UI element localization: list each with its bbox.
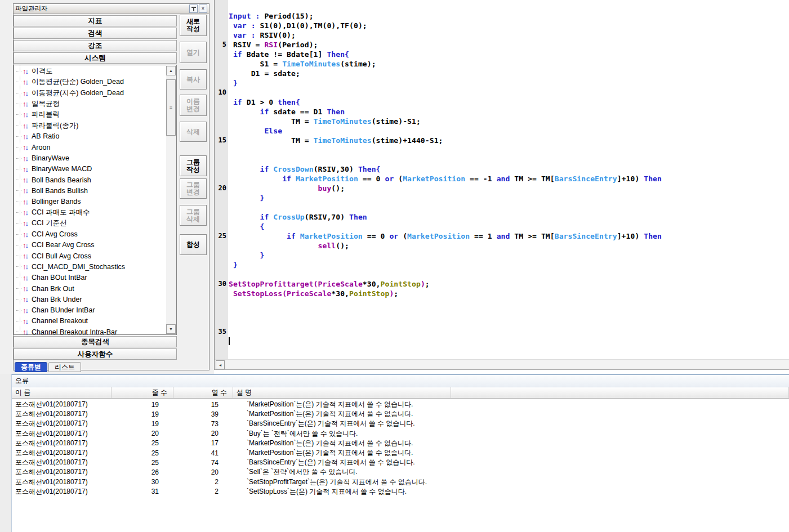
tab-by-type[interactable]: 종류별 [15,362,47,372]
tree-item[interactable]: ↑↓Chan BOut IntBar [14,272,167,283]
updown-arrows-icon: ↑↓ [23,67,28,75]
code-token: SetStopLoss( [233,289,287,298]
line-number [215,21,228,30]
new-button[interactable]: 새로 작성 [180,15,207,36]
tree-item[interactable]: ↑↓CCI 기준선 [14,218,167,229]
code-line [229,308,789,318]
group-delete-button[interactable]: 그룹 삭제 [180,205,207,226]
error-cell-line: 25 [112,458,173,467]
error-row[interactable]: 포스해선v01(20180717)2020`Buy`는 `전략`에서만 쓸 수 … [12,429,789,439]
tree-item[interactable]: ↑↓BinaryWave MACD [14,164,167,175]
line-number: 20 [215,184,228,193]
category-button-2[interactable]: 검색 [14,28,177,39]
category-button-3[interactable]: 강조 [14,40,177,51]
scrollbar-thumb[interactable]: ≡ [166,79,176,136]
error-table-body: 포스해선v01(20180717)1915`MarketPosition`는(은… [12,400,789,497]
tree-item[interactable]: ↑↓Boll Bands Bearish [14,175,167,185]
code-editor[interactable]: 5101520253035 Input : Period(15); var : … [214,0,789,370]
scroll-up-arrow[interactable]: ▲ [166,66,176,75]
updown-arrows-icon: ↑↓ [23,176,28,184]
error-row[interactable]: 포스해선v01(20180717)1939`MarketPosition`는(은… [12,409,789,419]
error-header-cell-blank [451,387,789,398]
code-line: Else [229,126,789,136]
error-header-cell[interactable]: 열 수 [173,387,233,398]
rename-button[interactable]: 이름 변경 [180,95,207,116]
code-token: TM = [229,136,314,145]
error-cell-col: 17 [173,439,233,448]
line-number [215,298,228,308]
error-panel-title: 오류 [12,375,789,387]
error-row[interactable]: 포스해선v01(20180717)2574`BarsSinceEntry`는(은… [12,458,789,467]
error-cell-name: 포스해선v01(20180717) [12,429,112,439]
tree-item-label: CCI Avg Cross [32,230,78,238]
error-cell-col: 2 [173,487,233,497]
down-arrow-icon: ↓ [25,122,28,130]
tree-item[interactable]: ↑↓Chan BUnder IntBar [14,305,167,316]
group-create-button[interactable]: 그룹 작성 [180,155,207,176]
error-row[interactable]: 포스해선v01(20180717)1915`MarketPosition`는(은… [12,400,789,409]
group-change-button[interactable]: 그룹 변경 [180,178,207,199]
code-line: } [229,78,789,88]
tree-item[interactable]: ↑↓BinaryWave [14,153,167,163]
tree-item[interactable]: ↑↓Boll Bands Bullish [14,185,167,196]
scroll-down-arrow[interactable]: ▼ [166,324,176,334]
tree-item[interactable]: ↑↓일목균형 [14,99,167,109]
tab-list[interactable]: 리스트 [48,362,81,372]
code-text-area[interactable]: Input : Period(15); var : S1(0),D1(0),TM… [229,2,789,346]
error-cell-line: 20 [112,429,173,439]
scroll-left-arrow[interactable]: ◄ [216,360,225,369]
tree-item[interactable]: ↑↓CCI Bull Avg Cross [14,251,167,261]
tree-item[interactable]: ↑↓Channel Breakout [14,316,167,327]
tree-item[interactable]: ↑↓CCI Bear Avg Cross [14,240,167,251]
down-arrow-icon: ↓ [25,274,28,282]
stock-search-button[interactable]: 종목검색 [14,336,177,347]
line-number [215,59,228,69]
down-arrow-icon: ↓ [25,100,28,108]
open-button[interactable]: 열기 [180,42,207,63]
error-cell-col: 74 [173,458,233,467]
category-button-4[interactable]: 시스템 [14,52,177,64]
error-row[interactable]: 포스해선v01(20180717)312`SetStopLoss`는(은) 기술… [12,487,789,497]
error-cell-name: 포스해선v01(20180717) [12,409,112,419]
down-arrow-icon: ↓ [25,132,28,141]
tree-scrollbar[interactable]: ▲ ≡ ▼ [166,66,176,334]
tree-item[interactable]: ↑↓Chan Brk Out [14,283,167,294]
user-function-button[interactable]: 사용자함수 [14,348,177,360]
error-header-cell[interactable]: 설 명 [233,387,451,398]
tree-item[interactable]: ↑↓CCI_MACD_DMI_Stochastics [14,261,167,272]
error-header-cell[interactable]: 이 름 [12,387,112,398]
error-cell-col: 41 [173,448,233,458]
error-row[interactable]: 포스해선v01(20180717)2541`MarketPosition`는(은… [12,448,789,458]
error-cell-desc: `Sell`은 `전략`에서만 쓸 수 있습니다. [233,467,451,477]
tree-item[interactable]: ↑↓CCI 과매도 과매수 [14,207,167,218]
error-row[interactable]: 포스해선v01(20180717)2517`MarketPosition`는(은… [12,439,789,448]
error-row[interactable]: 포스해선v01(20180717)1973`BarsSinceEntry`는(은… [12,419,789,428]
tree-item[interactable]: ↑↓이격도 [14,66,167,77]
copy-button[interactable]: 복사 [180,69,207,90]
code-token: or [389,232,398,240]
tree-item[interactable]: ↑↓Bollinger Bands [14,196,167,207]
code-token: Input : [229,12,264,20]
category-button-1[interactable]: 지표 [14,15,177,26]
tree-item[interactable]: ↑↓Chan Brk Under [14,294,167,305]
editor-hscrollbar[interactable]: ◄ [215,359,789,369]
tree-item[interactable]: ↑↓Aroon [14,142,167,153]
delete-button[interactable]: 삭제 [180,122,207,142]
tree-item[interactable]: ↑↓AB Ratio [14,131,167,142]
error-row[interactable]: 포스해선v01(20180717)302`SetStopProfitTarget… [12,477,789,487]
tree-item[interactable]: ↑↓이동평균(지수) Golden_Dead [14,88,167,99]
error-row[interactable]: 포스해선v01(20180717)2620`Sell`은 `전략`에서만 쓸 수… [12,467,789,477]
tree-item[interactable]: ↑↓파라볼릭(종가) [14,120,167,131]
code-token: MarketPosition [403,175,465,183]
tree-item[interactable]: ↑↓CCI Avg Cross [14,229,167,239]
tree-item[interactable]: ↑↓이동평균(단순) Golden_Dead [14,77,167,87]
error-cell-desc: `Buy`는 `전략`에서만 쓸 수 있습니다. [233,429,451,439]
code-token [229,213,260,221]
code-token: ) [421,280,425,288]
tree-item[interactable]: ↑↓Channel Breakout Intra-Bar [14,327,167,335]
tree-item-label: CCI Bear Avg Cross [32,241,95,249]
tree-item[interactable]: ↑↓파라볼릭 [14,109,167,120]
error-header-cell[interactable]: 줄 수 [112,387,173,398]
updown-arrows-icon: ↑↓ [23,284,28,293]
compose-button[interactable]: 합성 [180,234,207,255]
